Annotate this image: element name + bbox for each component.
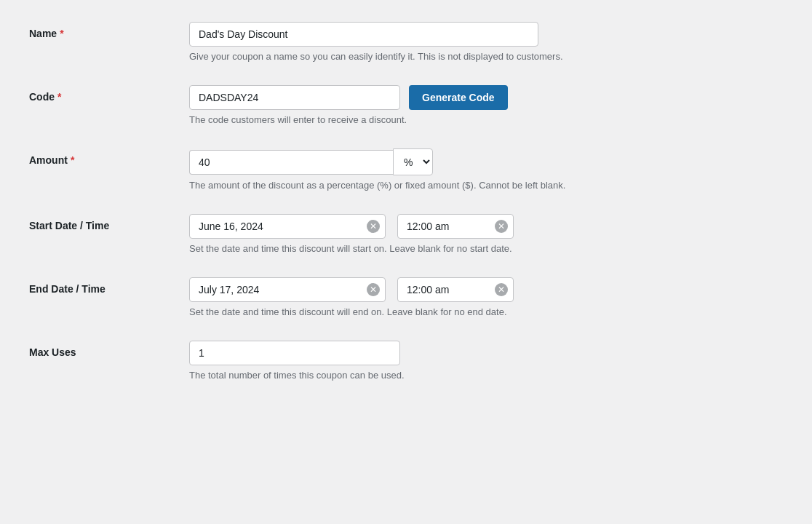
amount-field-group: % $ The amount of the discount as a perc… [189,148,783,191]
code-row: Code * Generate Code The code customers … [29,85,783,125]
start-datetime-row: Start Date / Time ✕ ✕ Set the date and t… [29,214,783,254]
end-time-clear-button[interactable]: ✕ [495,283,508,296]
max-uses-label-text: Max Uses [29,346,76,358]
start-datetime-input-row: ✕ ✕ [189,214,783,239]
amount-unit-select[interactable]: % $ [393,148,433,175]
max-uses-row: Max Uses The total number of times this … [29,341,783,381]
start-datetime-label: Start Date / Time [29,214,189,231]
start-time-wrapper: ✕ [397,214,514,239]
start-datetime-hint: Set the date and time this discount will… [189,243,783,254]
code-input[interactable] [189,85,400,110]
name-row: Name * Give your coupon a name so you ca… [29,22,783,62]
end-datetime-hint: Set the date and time this discount will… [189,306,783,317]
code-label: Code * [29,85,189,103]
code-required-star: * [57,91,61,103]
end-datetime-field-group: ✕ ✕ Set the date and time this discount … [189,277,783,317]
code-label-text: Code [29,91,55,103]
coupon-form: Name * Give your coupon a name so you ca… [29,22,783,381]
code-field-group: Generate Code The code customers will en… [189,85,783,125]
end-datetime-row: End Date / Time ✕ ✕ Set the date and tim… [29,277,783,317]
end-datetime-input-row: ✕ ✕ [189,277,783,302]
code-hint: The code customers will enter to receive… [189,114,783,125]
name-hint: Give your coupon a name so you can easil… [189,51,783,62]
start-datetime-label-text: Start Date / Time [29,220,109,231]
name-field-group: Give your coupon a name so you can easil… [189,22,783,62]
max-uses-input[interactable] [189,341,400,365]
end-date-clear-button[interactable]: ✕ [367,283,380,296]
end-time-wrapper: ✕ [397,277,514,302]
amount-input-row: % $ [189,148,783,175]
amount-required-star: * [71,154,74,166]
end-date-wrapper: ✕ [189,277,386,302]
name-input[interactable] [189,22,538,47]
amount-input[interactable] [189,150,393,175]
name-required-star: * [60,28,63,39]
code-input-row: Generate Code [189,85,783,110]
generate-code-button[interactable]: Generate Code [409,85,508,110]
start-date-wrapper: ✕ [189,214,386,239]
amount-label: Amount * [29,148,189,166]
end-datetime-label: End Date / Time [29,277,189,295]
max-uses-field-group: The total number of times this coupon ca… [189,341,783,381]
start-date-clear-button[interactable]: ✕ [367,220,380,233]
start-datetime-field-group: ✕ ✕ Set the date and time this discount … [189,214,783,254]
end-date-input[interactable] [189,277,386,302]
start-date-input[interactable] [189,214,386,239]
start-time-clear-button[interactable]: ✕ [495,220,508,233]
name-label: Name * [29,22,189,39]
amount-label-text: Amount [29,154,68,166]
name-label-text: Name [29,28,57,39]
max-uses-hint: The total number of times this coupon ca… [189,370,783,381]
amount-row: Amount * % $ The amount of the discount … [29,148,783,191]
amount-hint: The amount of the discount as a percenta… [189,180,783,191]
max-uses-label: Max Uses [29,341,189,358]
end-datetime-label-text: End Date / Time [29,283,106,295]
